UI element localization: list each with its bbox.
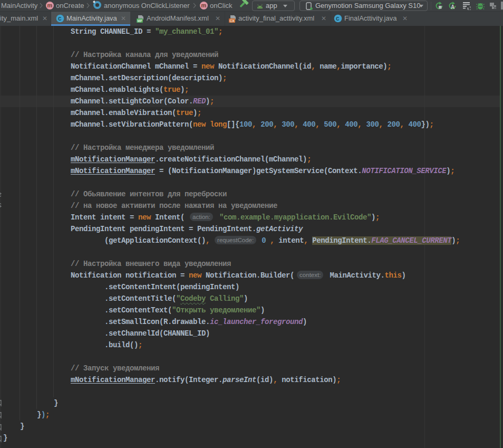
svg-text:A: A — [451, 4, 454, 10]
svg-text:MF: MF — [138, 19, 142, 23]
svg-text:CX: CX — [230, 19, 235, 23]
svg-text:C: C — [58, 16, 62, 22]
svg-text:C: C — [336, 16, 340, 22]
